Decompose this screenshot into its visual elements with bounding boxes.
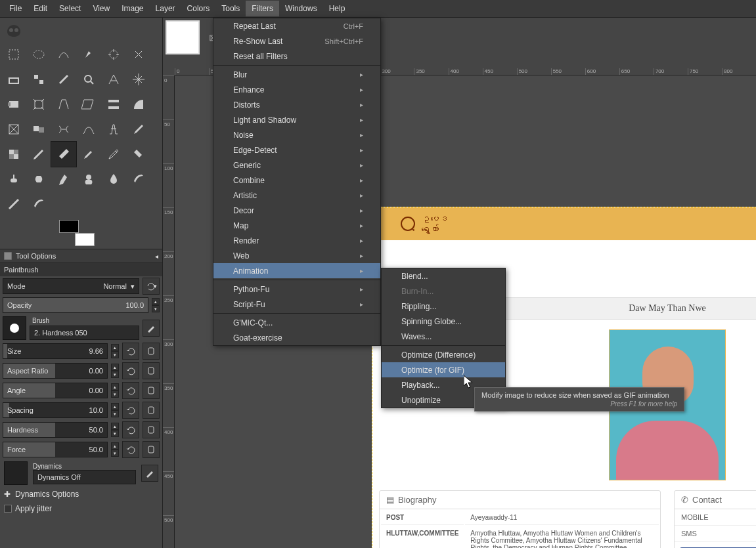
spin-up[interactable]: ▴ <box>152 298 160 305</box>
spin-down[interactable]: ▾ <box>111 390 119 398</box>
menu-item-map[interactable]: Map▸ <box>213 218 380 233</box>
by-color-select-tool[interactable] <box>101 42 126 67</box>
move-tool[interactable] <box>126 67 151 92</box>
dynamics-preview[interactable] <box>4 461 28 485</box>
spin-up[interactable]: ▴ <box>111 403 119 410</box>
warp-tool[interactable] <box>76 117 101 142</box>
menu-item-waves-[interactable]: Waves... <box>382 329 505 344</box>
menu-item-edge-detect[interactable]: Edge-Detect▸ <box>213 142 380 158</box>
brush-select[interactable]: 2. Hardness 050 <box>30 326 139 340</box>
menu-tools[interactable]: Tools <box>215 1 246 16</box>
link-button[interactable] <box>143 402 160 419</box>
menu-item-reset-all-filters[interactable]: Reset all Filters <box>213 49 380 64</box>
menu-item-blend-[interactable]: Blend... <box>382 268 505 284</box>
menu-item-script-fu[interactable]: Script-Fu▸ <box>213 297 380 312</box>
perspective-tool[interactable] <box>126 92 151 117</box>
menu-item-goat-exercise[interactable]: Goat-exercise <box>213 330 380 345</box>
gradient-tool[interactable] <box>1 142 26 167</box>
menu-layer[interactable]: Layer <box>150 1 181 16</box>
menu-item-light-and-shadow[interactable]: Light and Shadow▸ <box>213 112 380 127</box>
zoom-tool[interactable] <box>76 67 101 92</box>
color-tool[interactable] <box>26 192 51 217</box>
heal-tool[interactable] <box>51 167 76 192</box>
free-select-tool[interactable] <box>51 42 76 67</box>
dynamics-select[interactable]: Dynamics Off <box>33 470 136 484</box>
link-button[interactable] <box>143 441 160 458</box>
spin-down[interactable]: ▾ <box>152 305 160 312</box>
spin-down[interactable]: ▾ <box>111 351 119 358</box>
reset-button[interactable] <box>122 362 139 379</box>
crop-tool[interactable] <box>26 92 51 117</box>
opacity-slider[interactable]: Opacity100.0 <box>3 297 148 313</box>
spin-up[interactable]: ▴ <box>111 383 119 390</box>
spin-up[interactable]: ▴ <box>111 442 119 450</box>
reset-button[interactable] <box>122 343 139 360</box>
text-tool[interactable] <box>101 117 126 142</box>
rect-select-tool[interactable] <box>1 42 26 67</box>
reset-button[interactable] <box>122 421 139 438</box>
paintbrush-tool[interactable] <box>51 142 76 167</box>
shear-tool[interactable] <box>101 92 126 117</box>
angle-slider[interactable]: Angle0.00 <box>3 383 108 398</box>
jitter-checkbox[interactable] <box>4 505 12 513</box>
menu-item-noise[interactable]: Noise▸ <box>213 127 380 142</box>
spin-up[interactable]: ▴ <box>111 423 119 430</box>
ink-tool[interactable] <box>126 142 151 167</box>
perspective-clone-tool[interactable] <box>76 167 101 192</box>
menu-item-g-mic-qt-[interactable]: G'MIC-Qt... <box>213 315 380 330</box>
handle-transform-tool[interactable] <box>51 117 76 142</box>
menu-help[interactable]: Help <box>323 1 351 16</box>
panel-menu-icon[interactable]: ◂ <box>155 253 158 260</box>
bucket-fill-tool[interactable] <box>126 117 151 142</box>
menu-item-repeat-last[interactable]: Repeat LastCtrl+F <box>213 18 380 33</box>
menu-image[interactable]: Image <box>116 1 149 16</box>
dynamics-edit-button[interactable] <box>141 465 158 482</box>
menu-view[interactable]: View <box>87 1 116 16</box>
spin-down[interactable]: ▾ <box>111 450 119 457</box>
menu-file[interactable]: File <box>3 1 28 16</box>
align-tool[interactable] <box>1 92 26 117</box>
brush-preview[interactable] <box>3 316 26 340</box>
color-picker-tool[interactable] <box>51 67 76 92</box>
clone-tool[interactable] <box>26 167 51 192</box>
foreground-select-tool[interactable] <box>1 67 26 92</box>
menu-item-animation[interactable]: Animation▸ <box>213 263 380 278</box>
scissors-tool[interactable] <box>126 42 151 67</box>
fg-color[interactable] <box>59 220 79 233</box>
bg-color[interactable] <box>75 233 95 246</box>
spin-up[interactable]: ▴ <box>111 364 119 371</box>
aspect-ratio-slider[interactable]: Aspect Ratio0.00 <box>3 363 108 379</box>
reset-button[interactable] <box>122 441 139 458</box>
menu-item-artistic[interactable]: Artistic▸ <box>213 188 380 203</box>
menu-item-decor[interactable]: Decor▸ <box>213 203 380 218</box>
dodge-tool[interactable] <box>1 192 26 217</box>
menu-item-web[interactable]: Web▸ <box>213 248 380 263</box>
image-tab-thumb[interactable] <box>166 20 200 54</box>
fuzzy-select-tool[interactable] <box>76 42 101 67</box>
link-button[interactable] <box>143 343 160 360</box>
menu-item-distorts[interactable]: Distorts▸ <box>213 97 380 112</box>
link-button[interactable] <box>143 362 160 379</box>
spin-up[interactable]: ▴ <box>111 344 119 351</box>
spin-down[interactable]: ▾ <box>111 430 119 437</box>
menu-colors[interactable]: Colors <box>181 1 216 16</box>
paths-tool[interactable] <box>26 67 51 92</box>
menu-item-re-show-last[interactable]: Re-Show LastShift+Ctrl+F <box>213 33 380 49</box>
menu-item-blur[interactable]: Blur▸ <box>213 67 380 82</box>
force-slider[interactable]: Force50.0 <box>3 442 108 457</box>
unified-transform-tool[interactable] <box>26 117 51 142</box>
link-button[interactable] <box>143 421 160 438</box>
spin-down[interactable]: ▾ <box>111 410 119 417</box>
menu-edit[interactable]: Edit <box>28 1 53 16</box>
link-button[interactable] <box>143 382 160 399</box>
rotate-tool[interactable] <box>51 92 76 117</box>
reset-button[interactable] <box>122 402 139 419</box>
menu-item-enhance[interactable]: Enhance▸ <box>213 82 380 97</box>
hardness-slider[interactable]: Hardness50.0 <box>3 422 108 438</box>
mypaint-tool[interactable] <box>1 167 26 192</box>
reset-button[interactable] <box>122 382 139 399</box>
spacing-slider[interactable]: Spacing10.0 <box>3 402 108 418</box>
expand-icon[interactable]: ✚ <box>4 490 12 499</box>
blur-tool[interactable] <box>101 167 126 192</box>
ellipse-select-tool[interactable] <box>26 42 51 67</box>
